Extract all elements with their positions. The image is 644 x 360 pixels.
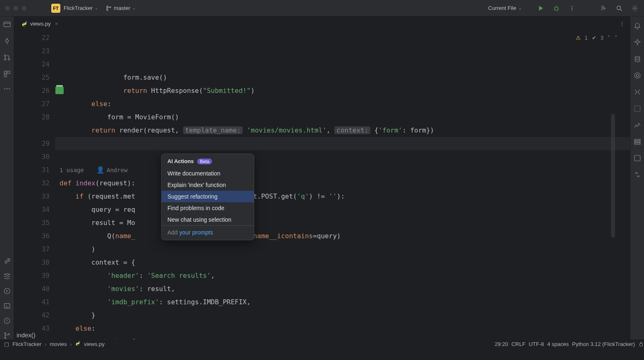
editor-scrollbar[interactable] [611, 114, 615, 238]
python-file-icon [21, 21, 28, 27]
breadcrumb-bar: ▢ FlickTracker › movies › views.py 29:20… [0, 339, 644, 348]
popup-title: AI Actions [167, 158, 194, 164]
footer-add-text: Add [167, 229, 179, 236]
left-toolwindow-bar-bottom [0, 258, 14, 339]
ai-action-write-documentation[interactable]: Write documentation [162, 168, 254, 179]
svg-point-11 [8, 58, 10, 60]
python-packages-button[interactable] [3, 258, 11, 265]
tab-options-button[interactable] [619, 21, 625, 27]
next-highlight-button[interactable]: ˅ [615, 35, 618, 41]
structure-tool-button[interactable] [3, 70, 11, 78]
code-content[interactable]: form.save() return HttpResponse("Submitt… [55, 31, 630, 339]
python-console-button[interactable] [3, 287, 11, 295]
cursor-position[interactable]: 29:20 [495, 341, 508, 347]
more-tools-button[interactable] [3, 87, 11, 94]
run-button[interactable] [537, 4, 545, 12]
file-encoding[interactable]: UTF-8 [529, 341, 544, 347]
svg-point-26 [622, 25, 623, 26]
ai-assistant-tool-button[interactable] [634, 39, 641, 46]
vcs-branch-dropdown[interactable]: master ⌄ [105, 5, 136, 11]
prev-highlight-button[interactable]: ˄ [608, 35, 611, 41]
database-tool-button[interactable] [634, 55, 641, 63]
file-tab-views[interactable]: views.py × [17, 18, 62, 30]
debug-button[interactable] [552, 4, 561, 12]
usages-hint[interactable]: 1 usage [60, 167, 84, 173]
ai-action-new-chat[interactable]: New chat using selection [162, 214, 254, 225]
right-toolwindow-bar [630, 17, 644, 339]
inspection-widget[interactable]: ⚠1 ✔3 ˄ ˅ [576, 35, 618, 41]
popup-footer: Add your prompts [162, 226, 254, 240]
editor-area: views.py × 22 23 24 25 26 27 28 29 30 31… [14, 17, 630, 339]
zoom-window[interactable] [21, 6, 26, 11]
svg-point-28 [634, 73, 640, 78]
more-actions-button[interactable] [568, 4, 576, 12]
navigation-path[interactable]: index() [17, 332, 36, 339]
close-window[interactable] [5, 6, 10, 11]
author-icon: 👤 [96, 166, 105, 174]
notifications-tool-button[interactable] [634, 22, 641, 30]
collapse-tool-button[interactable] [634, 88, 641, 96]
svg-rect-35 [640, 343, 643, 346]
editor[interactable]: 22 23 24 25 26 27 28 29 30 31 32 33 34 3… [14, 31, 630, 339]
branch-name: master [114, 5, 130, 11]
profiler-tool-button[interactable] [634, 121, 641, 129]
window-controls [5, 6, 26, 11]
search-everywhere-button[interactable] [615, 4, 623, 12]
python-file-icon [75, 341, 81, 347]
interpreter[interactable]: Python 3.12 (FlickTracker) [572, 341, 635, 347]
coverage-tool-button[interactable] [634, 72, 641, 79]
breadcrumb-file[interactable]: views.py [84, 341, 105, 347]
pass-count: 3 [601, 35, 603, 41]
gradle-tool-button[interactable] [634, 154, 641, 162]
project-tool-button[interactable] [3, 21, 11, 28]
code-with-me-button[interactable] [599, 4, 608, 12]
chevron-down-icon: ⌄ [95, 6, 98, 10]
close-tab-button[interactable]: × [55, 21, 58, 27]
pull-requests-tool-button[interactable] [3, 54, 11, 61]
svg-point-0 [555, 7, 558, 10]
run-config-label: Current File [488, 5, 516, 11]
line-separator[interactable]: CRLF [511, 341, 525, 347]
svg-point-24 [622, 21, 623, 22]
project-name: FlickTracker [64, 5, 93, 11]
svg-point-15 [4, 88, 5, 90]
endpoints-tool-button[interactable] [634, 138, 641, 145]
beta-badge: Beta [197, 159, 212, 164]
ai-action-explain-function[interactable]: Explain 'index' function [162, 179, 254, 191]
git-tool-button[interactable] [3, 332, 11, 339]
diff-tool-button[interactable] [634, 171, 641, 178]
warning-icon: ⚠ [576, 35, 581, 41]
select-tool-button[interactable] [634, 105, 641, 112]
breadcrumb-separator: › [45, 341, 46, 347]
indent-settings[interactable]: 4 spaces [547, 341, 569, 347]
breadcrumb-folder[interactable]: movies [50, 341, 67, 347]
commit-tool-button[interactable] [3, 37, 11, 45]
author-name[interactable]: Andrew [107, 167, 128, 173]
svg-rect-13 [7, 71, 10, 73]
svg-rect-32 [634, 141, 640, 142]
services-tool-button[interactable] [3, 272, 11, 280]
terminal-tool-button[interactable] [3, 302, 11, 310]
svg-point-6 [634, 7, 636, 9]
svg-point-1 [572, 6, 572, 7]
minimize-window[interactable] [13, 6, 18, 11]
svg-point-25 [622, 23, 623, 24]
ai-action-suggest-refactoring[interactable]: Suggest refactoring [162, 191, 254, 202]
svg-point-16 [6, 88, 7, 90]
settings-button[interactable] [631, 4, 639, 12]
line-number-gutter: 22 23 24 25 26 27 28 29 30 31 32 33 34 3… [14, 31, 55, 339]
svg-rect-12 [4, 71, 7, 73]
svg-point-29 [636, 74, 639, 77]
svg-point-27 [635, 56, 639, 58]
breadcrumb-project[interactable]: FlickTracker [12, 341, 41, 347]
readonly-toggle[interactable] [638, 341, 644, 347]
svg-point-8 [5, 40, 8, 43]
svg-point-2 [572, 7, 572, 8]
your-prompts-link[interactable]: your prompts [179, 229, 213, 236]
problems-tool-button[interactable] [3, 317, 11, 324]
project-dropdown[interactable]: FlickTracker ⌄ [64, 5, 98, 11]
check-icon: ✔ [592, 35, 596, 41]
ai-action-find-problems[interactable]: Find problems in code [162, 202, 254, 214]
svg-rect-31 [634, 139, 640, 140]
run-config-dropdown[interactable]: Current File ⌄ [488, 5, 522, 11]
